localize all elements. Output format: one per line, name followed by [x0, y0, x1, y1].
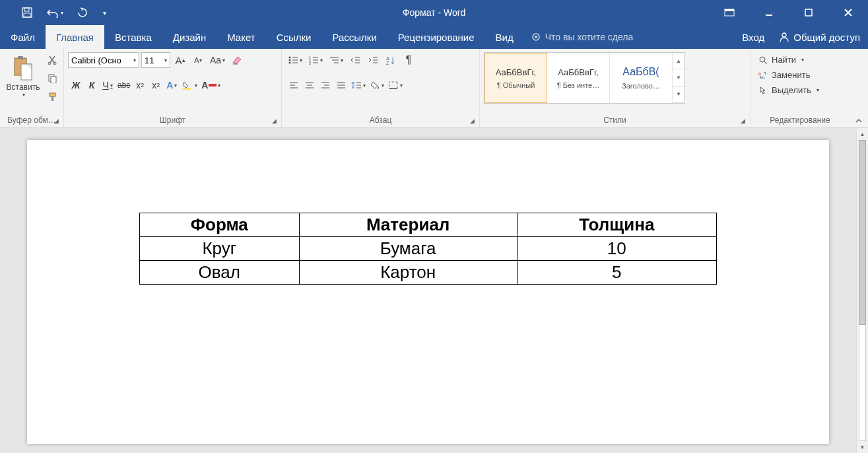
scroll-thumb[interactable]	[859, 140, 866, 325]
svg-rect-23	[209, 84, 217, 87]
decrease-indent-button[interactable]	[347, 52, 363, 68]
tab-insert[interactable]: Вставка	[104, 25, 162, 49]
share-button[interactable]: Общий доступ	[771, 25, 868, 49]
document-table[interactable]: Форма Материал Толщина Круг Бумага 10 Ов…	[139, 213, 717, 285]
replace-button[interactable]: ab Заменить	[754, 69, 823, 81]
window-title: Формат - Word	[403, 7, 465, 18]
font-size-select[interactable]: 11▾	[141, 52, 170, 68]
style-no-spacing[interactable]: АаБбВвГг, ¶ Без инте…	[547, 53, 610, 103]
paragraph-launcher[interactable]: ◢	[467, 116, 477, 125]
minimize-button[interactable]	[749, 0, 789, 25]
table-cell[interactable]: Бумага	[299, 237, 517, 261]
cut-button[interactable]	[45, 52, 59, 67]
find-button[interactable]: Найти▾	[754, 53, 823, 66]
svg-rect-19	[50, 93, 55, 96]
scroll-up-button[interactable]: ▲	[857, 128, 868, 140]
paragraph-label: Абзац	[286, 114, 475, 126]
shading-button[interactable]: ▾	[368, 77, 386, 93]
tab-layout[interactable]: Макет	[217, 25, 265, 49]
superscript-button[interactable]: x2	[148, 77, 164, 93]
redo-button[interactable]	[69, 0, 96, 25]
close-button[interactable]	[828, 0, 868, 25]
tab-view[interactable]: Вид	[485, 25, 524, 49]
subscript-button[interactable]: x2	[132, 77, 148, 93]
show-marks-button[interactable]: ¶	[401, 52, 417, 68]
table-cell[interactable]: Овал	[140, 261, 300, 285]
tab-mailings[interactable]: Рассылки	[321, 25, 387, 49]
bullets-button[interactable]: ▾	[286, 52, 304, 68]
tab-home[interactable]: Главная	[46, 25, 104, 49]
svg-text:3: 3	[309, 61, 311, 65]
styles-launcher[interactable]: ◢	[738, 116, 747, 125]
sort-button[interactable]: AZ	[383, 52, 399, 68]
align-left-button[interactable]	[286, 77, 302, 93]
numbering-button[interactable]: 123▾	[306, 52, 325, 68]
italic-button[interactable]: К	[84, 77, 100, 93]
tab-design[interactable]: Дизайн	[162, 25, 217, 49]
table-header[interactable]: Форма	[140, 213, 300, 237]
table-cell[interactable]: 5	[517, 261, 716, 285]
signin-button[interactable]: Вход	[735, 25, 771, 49]
bold-button[interactable]: Ж	[68, 77, 84, 93]
align-right-button[interactable]	[317, 77, 333, 93]
group-styles: АаБбВвГг, ¶ Обычный АаБбВвГг, ¶ Без инте…	[480, 49, 751, 127]
styles-scroll-up[interactable]: ▲	[673, 53, 684, 69]
vertical-scrollbar[interactable]: ▲ ▼	[856, 128, 868, 453]
ribbon-tabs: Файл Главная Вставка Дизайн Макет Ссылки…	[0, 25, 868, 49]
borders-button[interactable]: ▾	[386, 77, 405, 93]
increase-indent-button[interactable]	[365, 52, 381, 68]
strikethrough-button[interactable]: abc	[116, 77, 132, 93]
font-name-select[interactable]: Calibri (Осно▾	[68, 52, 139, 68]
tab-references[interactable]: Ссылки	[266, 25, 322, 49]
ribbon-display-button[interactable]	[710, 0, 749, 25]
maximize-button[interactable]	[789, 0, 828, 25]
svg-point-64	[760, 57, 765, 62]
multilevel-button[interactable]: ▾	[327, 52, 345, 68]
clear-format-button[interactable]	[229, 52, 245, 68]
shrink-font-button[interactable]: A▾	[190, 52, 206, 68]
format-painter-button[interactable]	[45, 89, 59, 104]
change-case-button[interactable]: Aa▾	[208, 52, 227, 68]
styles-scroll-down[interactable]: ▼	[673, 69, 684, 86]
scroll-down-button[interactable]: ▼	[857, 441, 868, 453]
table-cell[interactable]: Картон	[299, 261, 517, 285]
styles-expand[interactable]: ▼	[673, 87, 684, 103]
style-normal[interactable]: АаБбВвГг, ¶ Обычный	[484, 53, 547, 103]
highlight-button[interactable]: ▾	[180, 77, 199, 93]
paste-button[interactable]: Вставить ▾	[4, 52, 42, 100]
undo-button[interactable]: ▾	[41, 0, 69, 25]
copy-button[interactable]	[45, 71, 59, 85]
svg-rect-20	[51, 96, 53, 101]
table-header[interactable]: Толщина	[517, 213, 716, 237]
svg-point-26	[289, 59, 291, 61]
table-header[interactable]: Материал	[299, 213, 517, 237]
table-cell[interactable]: Круг	[140, 237, 300, 261]
select-button[interactable]: Выделить▾	[754, 84, 823, 96]
tell-me-search[interactable]: Что вы хотите сдела	[524, 25, 640, 49]
font-color-button[interactable]: A▾	[199, 77, 222, 93]
save-button[interactable]	[13, 0, 41, 25]
title-bar: ▾ ▾ Формат - Word	[0, 0, 868, 25]
svg-point-24	[289, 57, 291, 59]
svg-text:A: A	[386, 56, 389, 61]
clipboard-launcher[interactable]: ◢	[51, 116, 61, 125]
table-header-row: Форма Материал Толщина	[140, 213, 717, 237]
underline-button[interactable]: Ч▾	[100, 77, 116, 93]
styles-label: Стили	[484, 114, 746, 126]
text-effects-button[interactable]: A▾	[164, 77, 180, 93]
font-launcher[interactable]: ◢	[269, 116, 279, 125]
tab-file[interactable]: Файл	[0, 25, 46, 49]
page[interactable]: Форма Материал Толщина Круг Бумага 10 Ов…	[27, 140, 829, 444]
table-cell[interactable]: 10	[517, 237, 716, 261]
style-heading1[interactable]: АаБбВ( Заголово…	[610, 53, 673, 103]
grow-font-button[interactable]: A▴	[172, 52, 188, 68]
justify-button[interactable]	[333, 77, 349, 93]
tab-review[interactable]: Рецензирование	[387, 25, 485, 49]
svg-line-65	[764, 61, 767, 64]
align-center-button[interactable]	[302, 77, 317, 93]
qat-customize-button[interactable]: ▾	[96, 0, 112, 25]
editing-label: Редактирование	[754, 114, 846, 126]
collapse-ribbon-button[interactable]	[850, 49, 868, 127]
quick-access-toolbar: ▾ ▾	[0, 0, 112, 25]
line-spacing-button[interactable]: ▾	[349, 77, 368, 93]
